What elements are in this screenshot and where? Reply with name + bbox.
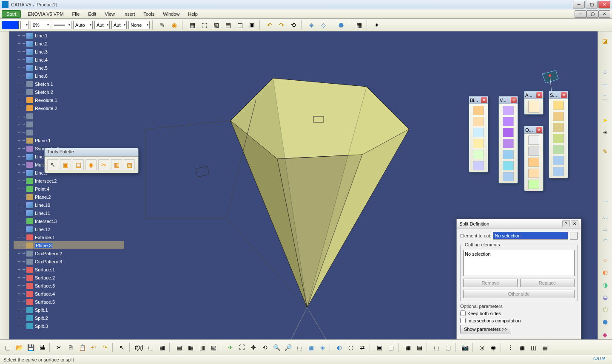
bt-4-icon[interactable]: ▦ — [185, 342, 196, 353]
rtool-10-icon[interactable]: ◠ — [600, 236, 610, 245]
tool-11-icon[interactable]: ▦ — [354, 20, 364, 30]
bi-btn-1[interactable] — [473, 106, 484, 115]
tool-2-icon[interactable]: ⬚ — [199, 20, 209, 30]
save-icon[interactable]: 💾 — [26, 342, 36, 353]
float-a-close-icon[interactable]: ✕ — [536, 92, 542, 98]
open-icon[interactable]: 📂 — [14, 342, 24, 353]
bt-z4-icon[interactable]: ▤ — [540, 342, 550, 353]
multi-icon[interactable]: ▦ — [306, 342, 316, 353]
bt-1-icon[interactable]: ⬚ — [145, 342, 156, 353]
s-btn-3[interactable] — [553, 123, 564, 132]
bt-y2-icon[interactable]: ◉ — [488, 342, 498, 353]
menu-help[interactable]: Help — [184, 11, 202, 17]
bt-5-icon[interactable]: ▥ — [197, 342, 207, 353]
rtool-8-icon[interactable]: ◡ — [600, 211, 610, 221]
fx-icon[interactable]: f(x) — [134, 342, 144, 353]
rtool-6-icon[interactable]: ✎ — [600, 147, 610, 156]
paint-icon[interactable]: ◉ — [169, 20, 179, 30]
replace-button[interactable]: Replace — [520, 279, 575, 287]
bt-3-icon[interactable]: ▤ — [174, 342, 184, 353]
o-btn-5[interactable] — [528, 180, 539, 189]
dialog-help-icon[interactable]: ? — [562, 220, 570, 227]
tool-7-icon[interactable]: ⟲ — [288, 20, 299, 30]
bt-6-icon[interactable]: ▧ — [208, 342, 219, 353]
split-definition-dialog[interactable]: Split Definition ? ✕ Element to cut: Cut… — [456, 219, 581, 339]
rtool-11-icon[interactable]: ○ — [600, 255, 610, 265]
float-bi-window[interactable]: Bi...✕ — [469, 96, 488, 172]
bi-btn-2[interactable] — [473, 117, 484, 126]
new-icon[interactable]: ▢ — [3, 342, 13, 353]
undo-icon[interactable]: ↶ — [265, 20, 275, 30]
bt-2-icon[interactable]: ▦ — [157, 342, 167, 353]
viewport-3d[interactable]: Line.1Line.2Line.3Line.4Line.5Line.6Sket… — [9, 31, 598, 339]
rtool-16-icon[interactable]: ⬢ — [600, 317, 610, 327]
keep-both-sides-checkbox[interactable]: Keep both sides — [460, 310, 578, 316]
palette-btn-5[interactable]: ✂ — [98, 159, 109, 170]
auto2-dropdown[interactable]: Aut — [94, 21, 110, 29]
print-icon[interactable]: 🖶 — [37, 342, 47, 353]
tool-8-icon[interactable]: ◈ — [306, 20, 316, 30]
float-o-close-icon[interactable]: ✕ — [536, 127, 542, 133]
float-v-window[interactable]: V...✕ — [498, 96, 518, 183]
intersections-checkbox[interactable]: Intersections computation — [460, 318, 578, 323]
auto3-dropdown[interactable]: Aut — [111, 21, 127, 29]
bi-btn-6[interactable] — [473, 161, 484, 170]
camera-icon[interactable]: 📷 — [460, 342, 470, 353]
palette-btn-7[interactable]: ▧ — [124, 159, 135, 170]
arrow-icon[interactable]: ➤ — [600, 115, 610, 125]
rtool-15-icon[interactable]: ⬡ — [600, 305, 610, 314]
tool-10-icon[interactable]: ⬣ — [336, 20, 346, 30]
minimize-button[interactable]: ─ — [573, 1, 585, 8]
s-btn-1[interactable] — [553, 101, 564, 110]
shade-icon[interactable]: ◐ — [334, 342, 344, 353]
doc-close-button[interactable]: ✕ — [598, 10, 610, 18]
tools-palette-window[interactable]: Tools Palette ↖ ▣ ▤ ◉ ✂ ▦ ▧ — [44, 148, 139, 173]
element-picker-icon[interactable] — [570, 232, 578, 240]
a-btn-1[interactable] — [528, 101, 539, 113]
bt-x2-icon[interactable]: ▢ — [443, 342, 453, 353]
tool-4-icon[interactable]: ▤ — [223, 20, 233, 30]
float-s-window[interactable]: S...✕ — [549, 91, 568, 178]
menu-edit[interactable]: Edit — [84, 11, 100, 17]
palette-btn-6[interactable]: ▦ — [111, 159, 122, 170]
select-icon[interactable]: ↖ — [117, 342, 127, 353]
rtool-17-icon[interactable]: ◆ — [600, 330, 610, 339]
float-s-close-icon[interactable]: ✕ — [561, 92, 567, 98]
rotate-icon[interactable]: ⟲ — [260, 342, 270, 353]
menu-tools[interactable]: Tools — [139, 11, 159, 17]
float-bi-close-icon[interactable]: ✕ — [481, 97, 487, 103]
iso-icon[interactable]: ◈ — [317, 342, 327, 353]
o-btn-4[interactable] — [528, 169, 539, 178]
palette-btn-2[interactable]: ▣ — [60, 159, 71, 170]
hide-icon[interactable]: ◌ — [346, 342, 356, 353]
bi-btn-5[interactable] — [473, 150, 484, 159]
swap-icon[interactable]: ⇄ — [357, 342, 367, 353]
v-btn-6[interactable] — [503, 161, 514, 170]
dialog-close-icon[interactable]: ✕ — [571, 220, 578, 227]
v-btn-3[interactable] — [503, 128, 514, 137]
menu-view[interactable]: View — [100, 11, 119, 17]
menu-enovia[interactable]: ENOVIA V5 VPM — [23, 11, 68, 17]
tools-palette-title[interactable]: Tools Palette — [45, 148, 138, 157]
bt-v2-icon[interactable]: ◫ — [386, 342, 396, 353]
tool-5-icon[interactable]: ◫ — [235, 20, 245, 30]
bt-w2-icon[interactable]: ▤ — [414, 342, 424, 353]
auto1-dropdown[interactable]: Auto — [73, 21, 93, 29]
rtool-9-icon[interactable]: ⌓ — [600, 223, 610, 233]
float-a-window[interactable]: A...✕ — [524, 91, 544, 115]
opacity-dropdown[interactable]: 0% — [31, 21, 50, 29]
zoomin-icon[interactable]: 🔍 — [271, 342, 282, 353]
o-btn-3[interactable] — [528, 158, 539, 167]
brush-icon[interactable]: ✎ — [157, 20, 168, 30]
s-btn-4[interactable] — [553, 134, 564, 143]
bi-btn-3[interactable] — [473, 128, 484, 137]
bt-z1-icon[interactable]: ⋮ — [505, 342, 515, 353]
element-to-cut-input[interactable] — [493, 232, 568, 240]
s-btn-5[interactable] — [553, 145, 564, 154]
o-btn-1[interactable] — [528, 135, 539, 145]
rtool-12-icon[interactable]: ◐ — [600, 268, 610, 277]
bt-v1-icon[interactable]: ▣ — [374, 342, 384, 353]
maximize-button[interactable]: ▢ — [586, 1, 598, 8]
s-btn-6[interactable] — [553, 156, 564, 165]
normal-icon[interactable]: ⬚ — [294, 342, 305, 353]
